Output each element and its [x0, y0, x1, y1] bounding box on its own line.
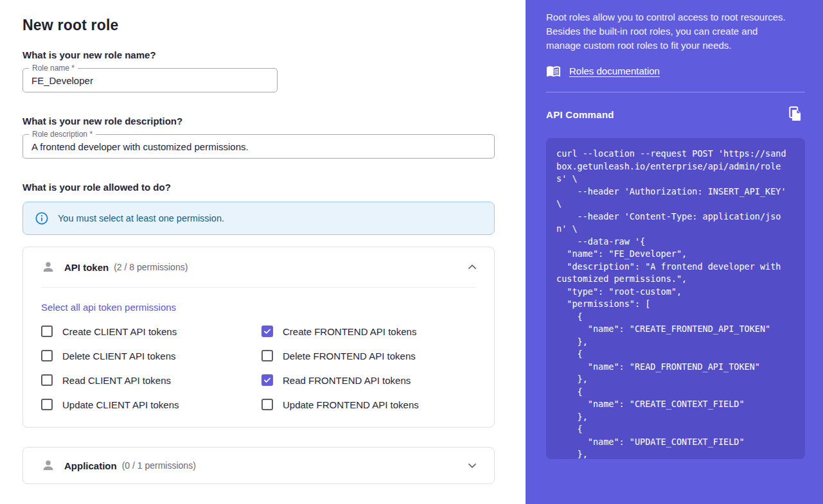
permission-read-client-api-tokens[interactable]: Read CLIENT API tokens — [41, 374, 261, 386]
checkbox-icon[interactable] — [41, 326, 53, 337]
permission-label: Delete CLIENT API tokens — [62, 351, 175, 361]
chevron-up-icon[interactable] — [466, 261, 479, 274]
info-sidebar: Root roles allow you to control access t… — [526, 0, 823, 504]
api-token-section-body: Select all api token permissions Create … — [23, 302, 494, 427]
permission-label: Create CLIENT API tokens — [62, 326, 177, 337]
info-icon — [35, 211, 49, 225]
api-command-title: API Command — [546, 109, 614, 120]
permission-update-frontend-api-tokens[interactable]: Update FRONTEND API tokens — [261, 399, 476, 410]
role-description-field-label: Role description * — [29, 130, 96, 139]
role-name-field-label: Role name * — [29, 64, 78, 73]
permission-section-application: Application (0 / 1 permissions) — [22, 447, 495, 484]
alert-text: You must select at least one permission. — [58, 213, 224, 223]
select-all-api-token-link[interactable]: Select all api token permissions — [41, 302, 176, 313]
checkbox-icon[interactable] — [41, 399, 53, 410]
checkbox-icon[interactable] — [261, 350, 273, 361]
role-description-input[interactable] — [31, 141, 486, 152]
permission-delete-client-api-tokens[interactable]: Delete CLIENT API tokens — [41, 350, 261, 361]
checkbox-icon[interactable] — [41, 374, 53, 386]
permission-delete-frontend-api-tokens[interactable]: Delete FRONTEND API tokens — [261, 350, 476, 361]
section-divider — [41, 287, 476, 288]
role-permissions-question: What is your role allowed to do? — [22, 182, 495, 193]
checkbox-icon[interactable] — [261, 399, 273, 410]
book-icon — [546, 64, 561, 78]
api-command-code-block[interactable]: curl --location --request POST 'https://… — [546, 138, 805, 459]
chevron-down-icon[interactable] — [466, 459, 479, 472]
api-command-code: curl --location --request POST 'https://… — [556, 148, 795, 459]
api-token-section-header[interactable]: API token (2 / 8 permissions) — [23, 247, 494, 287]
sidebar-divider — [546, 92, 805, 92]
permission-read-frontend-api-tokens[interactable]: Read FRONTEND API tokens — [261, 374, 476, 386]
section-title: Application — [64, 460, 117, 471]
application-section-header[interactable]: Application (0 / 1 permissions) — [23, 448, 494, 483]
page-title: New root role — [22, 17, 495, 34]
api-command-header: API Command — [546, 104, 805, 125]
permission-section-api-token: API token (2 / 8 permissions) Select all… — [22, 247, 495, 428]
section-title: API token — [64, 262, 109, 273]
role-description-question: What is your new role description? — [22, 116, 495, 126]
checkbox-icon[interactable] — [261, 374, 273, 386]
permission-grid: Create CLIENT API tokens Create FRONTEND… — [41, 326, 476, 410]
person-icon — [41, 260, 55, 274]
permission-label: Delete FRONTEND API tokens — [283, 351, 416, 361]
section-permission-count: (0 / 1 permissions) — [122, 460, 196, 471]
roles-documentation-link[interactable]: Roles documentation — [569, 65, 660, 76]
info-alert: You must select at least one permission. — [22, 202, 495, 235]
role-name-question: What is your new role name? — [22, 49, 495, 60]
permission-label: Create FRONTEND API tokens — [283, 326, 416, 337]
checkbox-icon[interactable] — [261, 326, 273, 337]
docs-link-row[interactable]: Roles documentation — [546, 64, 805, 78]
permission-update-client-api-tokens[interactable]: Update CLIENT API tokens — [41, 399, 261, 410]
role-name-input[interactable] — [31, 75, 269, 86]
sidebar-intro-text: Root roles allow you to control access t… — [546, 10, 790, 53]
permission-label: Read CLIENT API tokens — [62, 375, 171, 386]
section-permission-count: (2 / 8 permissions) — [114, 262, 188, 272]
permission-label: Update FRONTEND API tokens — [283, 399, 419, 410]
person-icon — [41, 458, 55, 473]
permission-create-client-api-tokens[interactable]: Create CLIENT API tokens — [41, 326, 261, 337]
permission-label: Update CLIENT API tokens — [62, 399, 179, 410]
role-description-field[interactable]: Role description * — [22, 134, 495, 159]
permission-label: Read FRONTEND API tokens — [283, 375, 411, 386]
role-name-field[interactable]: Role name * — [22, 68, 278, 92]
checkbox-icon[interactable] — [41, 350, 53, 361]
permission-create-frontend-api-tokens[interactable]: Create FRONTEND API tokens — [261, 326, 476, 337]
copy-button[interactable] — [786, 104, 805, 125]
page: New root role What is your new role name… — [0, 0, 823, 504]
main-content: New root role What is your new role name… — [0, 0, 526, 504]
